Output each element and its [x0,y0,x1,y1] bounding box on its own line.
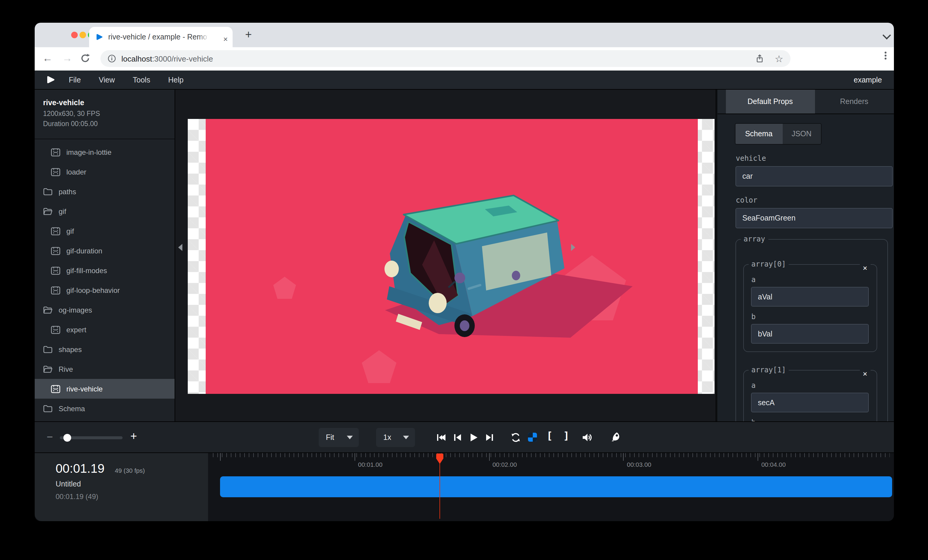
film-icon [51,326,60,334]
tab-default-props[interactable]: Default Props [726,90,815,114]
sidebar-item-gif-duration[interactable]: gif-duration [35,241,175,260]
array-0-label-a: a [751,275,756,284]
array-0-close-icon[interactable]: × [860,263,870,273]
props-panel-tabs: Default Props Renders [717,90,894,114]
sidebar-item-expert[interactable]: expert [35,320,175,339]
ruler-tick [758,453,758,461]
array-0-input-b[interactable]: bVal [751,324,868,344]
loop-icon[interactable] [511,433,520,442]
address-bar[interactable]: localhost:3000/rive-vehicle ☆ [101,50,791,67]
menu-file[interactable]: File [69,76,81,84]
bookmark-star-icon[interactable]: ☆ [775,53,783,64]
folder-icon [43,188,53,195]
schema-json-toggle: Schema JSON [734,123,821,145]
remotion-favicon [95,33,104,41]
field-label-color: color [736,196,757,204]
previous-frame-button[interactable] [453,433,462,442]
timeline-ruler[interactable] [213,453,890,457]
window-close-button[interactable] [71,32,78,38]
fit-dropdown[interactable]: Fit [319,428,359,447]
zoom-out-icon[interactable]: − [47,431,53,443]
ruler-tick [220,453,221,461]
sidebar-item-gif[interactable]: gif [35,221,175,241]
window-minimize-button[interactable] [79,32,86,38]
timeline-track-name: Untitled [56,480,81,488]
menu-help[interactable]: Help [168,76,183,84]
timeline-track-time: 00:01.19 (49) [56,493,98,501]
folder-open-icon [43,365,53,373]
sidebar-item-gif[interactable]: gif [35,201,175,221]
site-info-icon[interactable] [108,55,116,63]
menu-view[interactable]: View [99,76,115,84]
toggle-schema[interactable]: Schema [735,124,782,144]
url-text: localhost:3000/rive-vehicle [121,54,755,63]
next-frame-button[interactable] [485,433,495,442]
tab-title-fade [198,31,214,46]
array-1-fieldset: array[1] × a secA b [743,366,877,422]
zoom-slider-thumb[interactable] [63,434,71,441]
sidebar-item-og-images[interactable]: og-images [35,300,175,320]
remotion-logo-icon[interactable] [46,75,56,85]
playhead-marker[interactable] [435,453,444,464]
play-button[interactable] [469,433,478,442]
array-1-close-icon[interactable]: × [860,369,870,379]
browser-window: rive-vehicle / example - Remoti × + ← → … [35,23,894,521]
in-point-icon[interactable]: [ [546,430,553,442]
ruler-tick [623,453,624,461]
array-1-legend: array[1] [748,366,789,374]
sidebar-item-Rive[interactable]: Rive [35,359,175,379]
volume-icon[interactable] [582,433,591,442]
sidebar-item-rive-vehicle[interactable]: rive-vehicle [35,379,175,399]
browser-menu-icon[interactable] [881,51,890,60]
browser-tab-strip: rive-vehicle / example - Remoti × + [35,23,894,47]
sidebar-item-label: loader [66,167,86,176]
sidebar-item-label: gif-fill-modes [66,266,107,275]
forward-icon[interactable]: → [62,53,72,65]
array-1-input-a[interactable]: secA [751,393,868,412]
sidebar-item-image-in-lottie[interactable]: image-in-lottie [35,142,175,162]
tab-title: rive-vehicle / example - Remoti [108,33,208,41]
tab-search-chevron-icon[interactable] [882,31,891,40]
tab-close-icon[interactable]: × [223,35,228,43]
menu-tools[interactable]: Tools [133,76,150,84]
ruler-label: 00:01.00 [358,461,383,468]
transparency-toggle-icon[interactable] [528,433,537,442]
sidebar-item-gif-fill-modes[interactable]: gif-fill-modes [35,260,175,280]
compositions-sidebar: rive-vehicle 1200x630, 30 FPS Duration 0… [35,90,175,422]
sidebar-item-label: Schema [59,404,85,413]
ruler-label: 00:03.00 [627,461,652,468]
sidebar-item-loader[interactable]: loader [35,162,175,182]
speed-dropdown[interactable]: 1x [376,428,415,447]
composition-title: rive-vehicle [43,99,175,107]
props-panel: Default Props Renders Schema JSON vehicl… [717,90,894,422]
sidebar-item-Schema[interactable]: Schema [35,399,175,418]
film-icon [51,247,60,255]
field-input-color[interactable]: SeaFoamGreen [735,208,893,228]
sidebar-item-gif-loop-behavior[interactable]: gif-loop-behavior [35,280,175,300]
array-1-label-a: a [751,381,756,390]
collapse-sidebar-icon[interactable] [178,244,182,251]
sidebar-item-paths[interactable]: paths [35,182,175,201]
back-icon[interactable]: ← [43,53,53,65]
playback-toolbar: − + Fit 1x [35,422,894,452]
browser-tab[interactable]: rive-vehicle / example - Remoti × [89,27,233,47]
toggle-json[interactable]: JSON [782,124,821,144]
timeline-clip-bar[interactable] [220,476,892,497]
film-icon [51,266,60,275]
collapse-panel-icon[interactable] [571,244,575,251]
tab-renders[interactable]: Renders [815,90,894,114]
out-point-icon[interactable]: ] [563,430,569,442]
film-icon [51,227,60,235]
new-tab-button[interactable]: + [245,28,252,41]
field-input-vehicle[interactable]: car [735,166,893,186]
share-icon[interactable] [755,54,764,63]
render-rocket-icon[interactable] [611,431,621,440]
array-0-input-a[interactable]: aVal [751,287,868,307]
sidebar-item-label: image-in-lottie [66,148,111,156]
skip-to-start-button[interactable] [437,433,446,442]
sidebar-item-shapes[interactable]: shapes [35,339,175,359]
zoom-in-icon[interactable]: + [130,430,137,443]
reload-icon[interactable] [80,53,90,63]
composition-dimensions: 1200x630, 30 FPS [43,110,175,117]
film-icon [51,385,60,393]
